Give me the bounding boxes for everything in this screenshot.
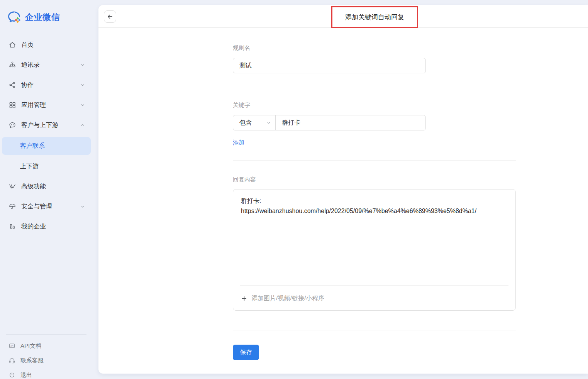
rule-name-input[interactable] (233, 58, 426, 73)
sidebar-item-label: 上下游 (20, 162, 39, 171)
plus-icon (241, 295, 247, 302)
annotation-highlight-box: 添加关键词自动回复 (331, 6, 418, 28)
sidebar-item-home[interactable]: 首页 (0, 35, 93, 55)
footer-item-label: API文档 (20, 342, 41, 350)
wecom-bubble-icon (7, 11, 22, 24)
section-divider (233, 330, 516, 330)
sidebar-footer: API API文档 联系客服 退出 (6, 334, 86, 379)
sidebar-item-security-management[interactable]: 安全与管理 (0, 196, 93, 217)
brand-logo[interactable]: 企业微信 (0, 0, 93, 35)
sidebar-item-label: 我的企业 (21, 223, 46, 231)
sidebar-item-label: 高级功能 (21, 183, 46, 191)
chevron-down-icon (80, 102, 86, 108)
sidebar: 企业微信 首页 通讯录 (0, 0, 93, 379)
sidebar-item-customers[interactable]: 客户与上下游 (0, 115, 93, 135)
api-doc-icon: API (8, 342, 15, 349)
chevron-down-icon (80, 203, 86, 210)
sidebar-item-contacts[interactable]: 通讯录 (0, 55, 93, 75)
sidebar-item-label: 安全与管理 (21, 203, 52, 211)
match-type-select[interactable]: 包含 (233, 115, 276, 130)
main-panel: 添加关键词自动回复 规则名 关键字 包含 添加 回复内容 (98, 5, 588, 374)
sidebar-item-collaboration[interactable]: 协作 (0, 75, 93, 95)
sidebar-item-customer-contact[interactable]: 客户联系 (2, 137, 91, 155)
svg-text:API: API (10, 345, 13, 347)
save-button[interactable]: 保存 (233, 345, 259, 360)
power-icon (8, 372, 15, 379)
sidebar-item-contact-support[interactable]: 联系客服 (6, 353, 86, 368)
keyword-label: 关键字 (233, 102, 250, 109)
advanced-icon (8, 183, 16, 190)
back-arrow-icon (107, 13, 114, 20)
sidebar-item-upstream-downstream[interactable]: 上下游 (0, 156, 93, 176)
share-icon (8, 81, 16, 89)
add-media-label: 添加图片/视频/链接/小程序 (251, 294, 324, 303)
chevron-down-icon (80, 62, 86, 68)
company-icon (8, 223, 16, 230)
sidebar-item-label: 客户与上下游 (21, 121, 58, 129)
sidebar-item-label: 应用管理 (21, 101, 46, 109)
auto-reply-form: 规则名 关键字 包含 添加 回复内容 群打卡: https://weiba (233, 5, 516, 374)
grid-icon (8, 101, 16, 109)
footer-item-label: 退出 (20, 372, 32, 379)
add-keyword-link[interactable]: 添加 (233, 139, 244, 146)
add-media-button[interactable]: 添加图片/视频/链接/小程序 (241, 291, 324, 305)
keyword-row: 包含 (233, 115, 426, 130)
chevron-down-icon (266, 120, 271, 125)
reply-content-label: 回复内容 (233, 176, 256, 183)
reply-box-divider (240, 285, 508, 286)
section-divider (233, 87, 516, 87)
umbrella-icon (8, 203, 16, 210)
sidebar-item-label: 通讯录 (21, 61, 40, 69)
sidebar-item-app-management[interactable]: 应用管理 (0, 95, 93, 115)
chevron-up-icon (80, 122, 86, 128)
sidebar-nav: 首页 通讯录 协作 (0, 35, 93, 237)
chevron-down-icon (80, 82, 86, 88)
brand-name: 企业微信 (25, 12, 60, 23)
sidebar-item-label: 客户联系 (20, 142, 45, 150)
footer-item-label: 联系客服 (20, 357, 44, 364)
reply-content-editor[interactable]: 群打卡: https://weibanzhushou.com/help/2022… (233, 189, 516, 311)
sidebar-item-my-enterprise[interactable]: 我的企业 (0, 217, 93, 237)
chat-bubble-icon (8, 121, 16, 129)
match-type-selected-value: 包含 (239, 119, 252, 127)
sidebar-item-api-docs[interactable]: API API文档 (6, 338, 86, 353)
org-chart-icon (8, 61, 16, 69)
section-divider (233, 160, 516, 161)
sidebar-item-label: 协作 (21, 81, 34, 89)
sidebar-item-label: 首页 (21, 41, 34, 49)
reply-url: https://weibanzhushou.com/help/2022/05/0… (241, 206, 483, 216)
sidebar-item-logout[interactable]: 退出 (6, 368, 86, 379)
sidebar-item-advanced-features[interactable]: 高级功能 (0, 176, 93, 196)
headset-icon (8, 357, 15, 364)
page-title: 添加关键词自动回复 (345, 13, 404, 22)
home-icon (8, 41, 16, 49)
rule-name-label: 规则名 (233, 44, 250, 52)
back-button[interactable] (104, 10, 116, 23)
reply-line: 群打卡: (241, 196, 508, 206)
reply-content-text: 群打卡: https://weibanzhushou.com/help/2022… (233, 190, 515, 216)
keyword-input[interactable] (276, 115, 425, 130)
